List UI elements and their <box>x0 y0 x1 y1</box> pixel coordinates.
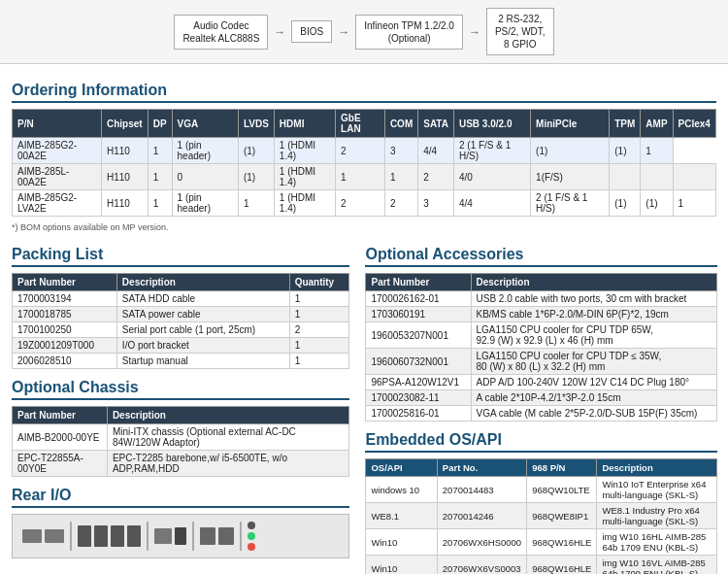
table-cell: 1 <box>238 190 274 217</box>
table-row: 19Z0001209T000I/O port bracket1 <box>13 338 349 354</box>
table-cell: 2070014246 <box>437 503 526 529</box>
top-diagram: Audio CodecRealtek ALC888S → BIOS → Infi… <box>0 0 728 64</box>
audio-port-1 <box>248 522 255 529</box>
table-cell: Startup manual <box>116 354 289 369</box>
os-header-cell: Description <box>597 459 717 477</box>
table-cell: 1960060732N001 <box>366 349 471 375</box>
usb-port-1 <box>78 525 91 547</box>
ordering-header-cell: DP <box>148 110 172 138</box>
gpio-box: 2 RS-232,PS/2, WDT,8 GPIO <box>486 8 554 55</box>
table-cell: img W10 16VL AIMB-285 64b 1709 ENU (KBL-… <box>597 556 717 575</box>
lan-ports <box>200 527 234 545</box>
chassis-header-cell: Part Number <box>13 407 108 424</box>
table-cell: 1700100250 <box>13 322 117 338</box>
table-row: AIMB-285G2-00A2EH11011 (pin header)(1)1 … <box>13 138 716 164</box>
table-cell: img W10 16HL AIMB-285 64b 1709 ENU (KBL-… <box>597 529 717 556</box>
sep3 <box>192 522 194 551</box>
packing-header-cell: Description <box>116 274 289 291</box>
table-row: 1700100250Serial port cable (1 port, 25c… <box>13 322 349 338</box>
lan-port-1 <box>200 527 215 545</box>
table-cell: LGA1150 CPU cooler for CPU TDP ≤ 35W, 80… <box>471 349 717 375</box>
serial-port-2 <box>45 529 64 543</box>
table-cell: 968QWE8IP1 <box>527 503 597 529</box>
table-row: windows 102070014483968QW10LTEWin10 IoT … <box>366 477 717 503</box>
packing-section: Packing List Part NumberDescriptionQuant… <box>12 246 349 369</box>
table-row: Win1020706WX6VS0003968QW16HLEimg W10 16V… <box>366 556 717 575</box>
table-cell: 1700023082-11 <box>366 390 471 406</box>
table-row: AIMB-B2000-00YEMini-ITX chassis (Optiona… <box>13 424 349 451</box>
accessories-body: 1700026162-01USB 2.0 cable with two port… <box>366 291 717 422</box>
table-row: 1700025816-01VGA cable (M cable 2*5P-2.0… <box>366 406 717 422</box>
table-row: Win1020706WX6HS0000968QW16HLEimg W10 16H… <box>366 529 717 556</box>
vga-hdmi-ports <box>154 527 186 545</box>
table-cell: 1700026162-01 <box>366 291 471 307</box>
table-cell: I/O port bracket <box>116 338 289 354</box>
table-cell: 1 <box>336 164 385 190</box>
os-title: Embedded OS/API <box>365 431 717 453</box>
table-cell: 1 <box>289 307 349 322</box>
os-header-cell: 968 P/N <box>527 459 597 477</box>
table-row: 1703060191KB/MS cable 1*6P-2.0/M-DIN 6P(… <box>366 307 717 322</box>
table-cell: Win10 IoT Enterprise x64 multi-language … <box>597 477 717 503</box>
table-cell: VGA cable (M cable 2*5P-2.0/D-SUB 15P(F)… <box>471 406 717 422</box>
rear-io-image <box>12 514 349 558</box>
chassis-body: AIMB-B2000-00YEMini-ITX chassis (Optiona… <box>13 424 349 477</box>
table-cell: SATA HDD cable <box>116 291 289 307</box>
ordering-header-cell: MiniPCle <box>531 110 610 138</box>
chassis-table: Part NumberDescription AIMB-B2000-00YEMi… <box>12 406 349 477</box>
table-cell: (1) <box>238 164 274 190</box>
table-cell: (1) <box>238 138 274 164</box>
right-column: Optional Accessories Part NumberDescript… <box>365 236 717 574</box>
os-body: windows 102070014483968QW10LTEWin10 IoT … <box>366 477 717 575</box>
table-cell: 2 <box>336 138 385 164</box>
audio-codec-box: Audio CodecRealtek ALC888S <box>174 15 268 50</box>
table-cell: (1) <box>531 138 610 164</box>
table-cell: 96PSA-A120W12V1 <box>366 375 471 390</box>
table-cell: H110 <box>101 190 148 217</box>
table-cell: AIMB-B2000-00YE <box>13 424 108 451</box>
arrow3: → <box>469 25 480 39</box>
chassis-title: Optional Chassis <box>12 379 349 400</box>
ordering-header-cell: HDMI <box>274 110 335 138</box>
table-cell: Win10 <box>366 529 437 556</box>
table-cell: Mini-ITX chassis (Optional external AC-D… <box>107 424 349 451</box>
ordering-table: P/NChipsetDPVGALVDSHDMIGbE LANCOMSATAUSB… <box>12 109 716 217</box>
table-cell: EPC-T22855A-00Y0E <box>13 451 108 477</box>
usb-ports <box>78 525 141 547</box>
usb-port-2 <box>94 525 108 547</box>
table-cell: 1 <box>289 291 349 307</box>
table-cell: 2006028510 <box>13 354 117 369</box>
table-row: 1700018785SATA power cable1 <box>13 307 349 322</box>
ordering-footnote: *) BOM options available on MP version. <box>12 222 716 232</box>
chassis-header-cell: Description <box>107 407 349 424</box>
table-row: 1700023082-11A cable 2*10P-4.2/1*3P-2.0 … <box>366 390 717 406</box>
table-cell: 1 <box>148 138 172 164</box>
ordering-header-cell: Chipset <box>101 110 148 138</box>
table-cell: 1 <box>384 164 417 190</box>
table-cell: 20706WX6HS0000 <box>437 529 526 556</box>
os-header-cell: OS/API <box>366 459 437 477</box>
table-cell: 1 (HDMI 1.4) <box>274 190 335 217</box>
sep1 <box>70 522 72 551</box>
accessories-header-cell: Part Number <box>366 274 471 291</box>
left-column: Packing List Part NumberDescriptionQuant… <box>12 236 349 574</box>
table-cell: 3 <box>384 138 417 164</box>
table-cell: (1) <box>641 190 673 217</box>
table-cell: AIMB-285G2-LVA2E <box>13 190 102 217</box>
table-cell: 4/4 <box>453 190 530 217</box>
audio-ports <box>248 522 255 551</box>
serial-ports <box>22 529 64 543</box>
table-cell: (1) <box>610 138 641 164</box>
table-cell: 1960053207N001 <box>366 322 471 349</box>
table-cell: 1(F/S) <box>531 164 610 190</box>
ordering-header-row: P/NChipsetDPVGALVDSHDMIGbE LANCOMSATAUSB… <box>13 110 716 138</box>
table-cell: 4/0 <box>453 164 530 190</box>
audio-port-2 <box>248 532 255 540</box>
ordering-header-cell: AMP <box>641 110 673 138</box>
accessories-section: Optional Accessories Part NumberDescript… <box>365 246 717 422</box>
lan-port-2 <box>218 527 234 545</box>
ordering-title: Ordering Information <box>12 82 716 103</box>
table-cell: SATA power cable <box>116 307 289 322</box>
sep4 <box>240 522 242 551</box>
table-cell: 1 (pin header) <box>172 190 238 217</box>
